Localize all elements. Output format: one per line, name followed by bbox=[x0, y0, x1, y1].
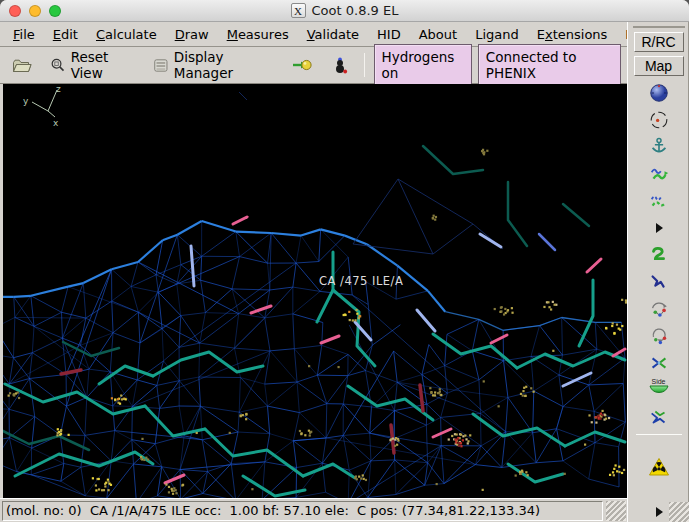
side-flip-label: Side bbox=[647, 378, 671, 385]
menu-ligand[interactable]: Ligand bbox=[466, 24, 528, 45]
menu-validate[interactable]: Validate bbox=[298, 24, 368, 45]
anchor-button[interactable] bbox=[640, 134, 678, 159]
regularize-icon bbox=[648, 190, 670, 212]
real-space-refine-button[interactable] bbox=[640, 161, 678, 186]
menu-draw[interactable]: Draw bbox=[166, 24, 218, 45]
display-manager-button[interactable]: Display Manager bbox=[147, 45, 278, 85]
reset-view-button[interactable]: Reset View bbox=[44, 45, 141, 85]
axis-z-label: z bbox=[56, 84, 61, 94]
radiation-warning-icon bbox=[647, 456, 671, 478]
sidebar-drag-grip[interactable] bbox=[633, 26, 685, 28]
caution-button[interactable] bbox=[640, 454, 678, 479]
window-title: Coot 0.8.9 EL bbox=[312, 3, 399, 18]
edit-chi-icon bbox=[648, 298, 670, 320]
recentre-icon bbox=[648, 109, 670, 131]
anchor-icon bbox=[648, 136, 670, 158]
refine-zone-icon bbox=[648, 163, 670, 185]
side-chain-flip-icon bbox=[647, 385, 671, 398]
auto-fit-rotamer-icon bbox=[648, 244, 670, 266]
flip-peptide-button[interactable] bbox=[640, 350, 678, 375]
recentre-view-button[interactable] bbox=[640, 107, 678, 132]
expander-triangle-icon bbox=[651, 221, 667, 235]
go-to-ligand-button[interactable] bbox=[325, 52, 355, 79]
open-coordinates-button[interactable] bbox=[6, 53, 38, 78]
menu-calculate[interactable]: Calculate bbox=[87, 24, 166, 45]
edit-chi-angles-button[interactable] bbox=[640, 296, 678, 321]
scene-graphics bbox=[3, 92, 627, 498]
jed-flip-icon bbox=[648, 406, 670, 428]
toolbar: Reset View Display Manager bbox=[0, 47, 627, 84]
close-button[interactable] bbox=[9, 5, 21, 17]
go-to-atom-button[interactable] bbox=[285, 52, 319, 78]
gl-canvas-area: y z x CA /475 ILE/A bbox=[0, 84, 627, 498]
expander-button-upper[interactable] bbox=[640, 215, 678, 240]
axis-indicator: y z x bbox=[23, 84, 61, 128]
menu-measures[interactable]: Measures bbox=[218, 24, 298, 45]
side-chain-flip-button[interactable]: Side bbox=[640, 377, 678, 402]
hydrogens-toggle-button[interactable]: Hydrogens on bbox=[374, 44, 472, 86]
toolbar-separator bbox=[364, 53, 365, 77]
minimize-button[interactable] bbox=[29, 5, 41, 17]
reset-view-label: Reset View bbox=[71, 49, 135, 81]
axis-x-label: x bbox=[53, 118, 59, 128]
regularize-zone-button[interactable] bbox=[640, 188, 678, 213]
folder-icon bbox=[12, 57, 32, 74]
go-to-ligand-icon bbox=[331, 56, 349, 75]
menu-extensions[interactable]: Extensions bbox=[528, 24, 617, 45]
model-fit-refine-sidebar: R/RC Map bbox=[627, 22, 689, 522]
picked-atom-label: CA /475 ILE/A bbox=[319, 274, 403, 288]
torsion-general-button[interactable] bbox=[640, 323, 678, 348]
menu-hid[interactable]: HID bbox=[368, 24, 410, 45]
map-button[interactable]: Map bbox=[634, 56, 684, 76]
coot-window: X Coot 0.8.9 EL File Edit Calculate Draw… bbox=[0, 0, 689, 522]
titlebar[interactable]: X Coot 0.8.9 EL bbox=[0, 0, 689, 22]
flip-peptide-icon bbox=[648, 352, 670, 374]
sidebar-icon-column: Side bbox=[628, 80, 689, 522]
expander-triangle-icon bbox=[651, 505, 667, 519]
menu-file[interactable]: File bbox=[4, 24, 44, 45]
magnifier-icon bbox=[50, 56, 66, 74]
refine-sphere-button[interactable] bbox=[640, 80, 678, 105]
jed-flip-button[interactable] bbox=[640, 404, 678, 429]
sidebar-separator bbox=[636, 434, 682, 435]
resize-grip[interactable] bbox=[606, 501, 626, 521]
menu-about[interactable]: About bbox=[410, 24, 466, 45]
torsion-general-icon bbox=[648, 325, 670, 347]
display-manager-label: Display Manager bbox=[174, 49, 273, 81]
display-manager-icon bbox=[153, 57, 169, 74]
statusbar: (mol. no: 0) CA /1/A/475 ILE occ: 1.00 b… bbox=[0, 498, 627, 522]
sidebar-resize-grip[interactable] bbox=[669, 502, 689, 522]
sphere-icon bbox=[648, 82, 670, 104]
auto-fit-rotamer-button[interactable] bbox=[640, 242, 678, 267]
zoom-button[interactable] bbox=[49, 5, 61, 17]
molecular-viewport[interactable]: y z x CA /475 ILE/A bbox=[3, 84, 627, 498]
rotamer-icon bbox=[648, 271, 670, 293]
phenix-connection-button[interactable]: Connected to PHENIX bbox=[478, 44, 621, 86]
status-text: (mol. no: 0) CA /1/A/475 ILE occ: 1.00 b… bbox=[2, 501, 603, 521]
x11-icon: X bbox=[291, 3, 306, 18]
rotamers-button[interactable] bbox=[640, 269, 678, 294]
go-to-atom-icon bbox=[291, 56, 313, 74]
rrc-button[interactable]: R/RC bbox=[634, 32, 684, 52]
axis-y-label: y bbox=[23, 96, 29, 106]
menu-edit[interactable]: Edit bbox=[44, 24, 87, 45]
